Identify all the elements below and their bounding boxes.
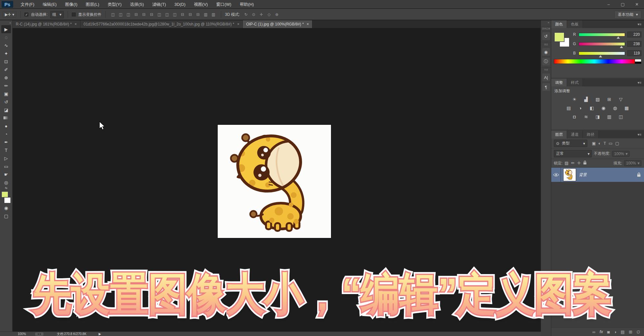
filter-pixel-layers-icon[interactable]: ▣ — [592, 141, 596, 146]
curves-icon[interactable]: ▨ — [593, 96, 602, 103]
info-panel-icon[interactable]: ⓘ — [542, 58, 550, 65]
fill-field[interactable]: 100% ▾ — [624, 160, 641, 166]
shape-tool[interactable]: ▭ — [1, 162, 11, 170]
color-balance-icon[interactable]: ◑ — [576, 105, 584, 111]
menu-item[interactable]: 图层(L) — [81, 0, 103, 9]
tab-paths[interactable]: 路径 — [583, 131, 599, 138]
3d-rotate-icon[interactable]: ↻ — [242, 12, 250, 17]
document-tab[interactable]: 01d19c57766e2a0000018c1bede42b.jpg@1280w… — [80, 20, 243, 28]
distribute-bottom-icon[interactable]: ◫ — [171, 12, 178, 17]
eraser-tool[interactable]: ◪ — [1, 106, 11, 114]
color-spectrum-ramp[interactable] — [554, 59, 635, 64]
menu-item[interactable]: 文件(F) — [16, 0, 39, 9]
delete-layer-icon[interactable]: ∅ — [637, 330, 640, 334]
paragraph-panel-icon[interactable]: ¶ — [542, 83, 550, 91]
magic-wand-tool[interactable]: ✦ — [1, 49, 11, 57]
exposure-icon[interactable]: ⊞ — [605, 96, 613, 103]
crop-tool[interactable]: ⊡ — [1, 57, 11, 65]
spot-healing-tool[interactable]: ⊕ — [1, 74, 11, 82]
photo-filter-icon[interactable]: ◉ — [599, 105, 608, 111]
selective-color-icon[interactable]: ◫ — [617, 114, 625, 120]
history-brush-tool[interactable]: ↺ — [1, 98, 11, 106]
document-canvas[interactable] — [218, 125, 331, 238]
align-top-edges-icon[interactable]: ⊟ — [133, 12, 140, 17]
screen-mode-button[interactable]: ▢ — [1, 212, 11, 220]
close-icon[interactable]: × — [75, 22, 77, 26]
layer-filter-dropdown[interactable]: ⊙ 类型 ▾ — [554, 140, 587, 147]
tab-color[interactable]: 颜色 — [551, 20, 567, 28]
layer-name[interactable]: 背景 — [579, 172, 637, 178]
channel-value-field[interactable]: 220 — [627, 32, 641, 37]
workspace-switcher[interactable]: 基本功能 ▾ — [614, 11, 641, 19]
pen-tool[interactable]: ✒ — [1, 138, 11, 146]
align-h-centers-icon[interactable]: ◫ — [117, 12, 124, 17]
maximize-button[interactable]: ▢ — [616, 0, 630, 9]
levels-icon[interactable]: ▟ — [582, 96, 590, 103]
align-v-centers-icon[interactable]: ⊟ — [140, 12, 147, 17]
elliptical-marquee-tool[interactable]: ◌ — [1, 33, 11, 41]
3d-drag-icon[interactable]: ✛ — [258, 12, 265, 17]
toolbar-collapse-icon[interactable]: » — [9, 21, 11, 25]
tab-swatches[interactable]: 色板 — [567, 20, 583, 28]
zoom-tool[interactable]: ◎ — [1, 178, 11, 186]
tab-channels[interactable]: 通道 — [567, 131, 583, 138]
channel-track[interactable] — [579, 33, 625, 36]
black-white-icon[interactable]: ◧ — [588, 105, 596, 111]
document-tab[interactable]: OIP-C (1).jpg @ 100%(RGB/8#) *× — [243, 20, 312, 28]
new-adjustment-layer-icon[interactable]: ◑ — [614, 330, 617, 334]
new-layer-icon[interactable]: ⊞ — [629, 330, 632, 334]
path-selection-tool[interactable]: ▷ — [1, 154, 11, 162]
menu-item[interactable]: 编辑(E) — [39, 0, 61, 9]
panel-menu-icon[interactable]: ▾≡ — [638, 131, 644, 138]
slider-thumb[interactable] — [599, 55, 602, 57]
close-button[interactable]: ✕ — [630, 0, 644, 9]
spectrum-bw-swatches[interactable] — [635, 59, 641, 64]
slider-thumb[interactable] — [617, 36, 620, 39]
minimize-button[interactable]: – — [601, 0, 616, 9]
lock-pixels-icon[interactable]: ✏ — [571, 161, 575, 166]
layer-effects-icon[interactable]: fx — [600, 330, 603, 334]
panel-menu-icon[interactable]: ▾≡ — [638, 79, 644, 86]
auto-align-extra-icon[interactable]: ▥ — [210, 12, 217, 17]
threshold-icon[interactable]: ◨ — [593, 114, 602, 120]
new-group-icon[interactable]: ▤ — [620, 330, 624, 334]
gradient-map-icon[interactable]: ▥ — [605, 114, 613, 120]
layer-visibility-toggle[interactable] — [551, 168, 561, 182]
eyedropper-tool[interactable]: ✐ — [1, 65, 11, 74]
gradient-tool[interactable] — [1, 114, 11, 122]
3d-slide-icon[interactable]: ◇ — [266, 12, 273, 17]
filter-type-layers-icon[interactable]: T — [603, 141, 606, 146]
document-tab[interactable]: R-C (14).jpg @ 161%(RGB/8#) *× — [13, 20, 80, 28]
filter-smart-objects-icon[interactable]: ▢ — [615, 141, 619, 146]
zoom-level-field[interactable]: 100% — [18, 332, 26, 336]
3d-scale-icon[interactable]: ⊕ — [273, 12, 280, 17]
dodge-tool[interactable]: ◔ — [1, 130, 11, 138]
foreground-color-swatch[interactable] — [2, 192, 8, 197]
align-right-edges-icon[interactable]: ◫ — [125, 12, 132, 17]
color-lookup-icon[interactable]: ▩ — [622, 105, 631, 111]
close-icon[interactable]: × — [307, 22, 309, 26]
blend-mode-dropdown[interactable]: 正常 ▾ — [554, 150, 592, 157]
lock-transparency-icon[interactable]: ▨ — [564, 161, 568, 166]
invert-icon[interactable]: ◘ — [570, 114, 579, 120]
channel-value-field[interactable]: 238 — [627, 41, 641, 47]
filter-adjustment-layers-icon[interactable]: ◐ — [598, 141, 601, 146]
menu-item[interactable]: 图像(I) — [61, 0, 81, 9]
filter-shape-layers-icon[interactable]: ▭ — [609, 141, 612, 146]
lock-all-icon[interactable] — [583, 161, 587, 166]
lock-position-icon[interactable]: ✛ — [577, 161, 581, 166]
align-left-edges-icon[interactable]: ◫ — [109, 12, 117, 17]
swap-colors-icon[interactable]: ⇆ — [5, 186, 7, 191]
foreground-background-swatches[interactable] — [1, 192, 11, 203]
distribute-v-centers-icon[interactable]: ◫ — [164, 12, 171, 17]
status-arrow-icon[interactable]: ▶ — [99, 332, 101, 336]
auto-select-checkbox[interactable]: ✓ — [24, 13, 28, 16]
current-tool-badge[interactable]: ▶✛ ▾ — [3, 11, 16, 18]
foreground-color-swatch[interactable] — [554, 33, 564, 42]
menu-item[interactable]: 滤镜(T) — [148, 0, 170, 9]
distribute-top-icon[interactable]: ◫ — [156, 12, 163, 17]
tab-layers[interactable]: 图层 — [551, 131, 567, 138]
posterize-icon[interactable]: ≋ — [582, 114, 590, 120]
layer-row-background[interactable]: 背景 — [551, 168, 644, 182]
clone-stamp-tool[interactable]: ▣ — [1, 90, 11, 98]
